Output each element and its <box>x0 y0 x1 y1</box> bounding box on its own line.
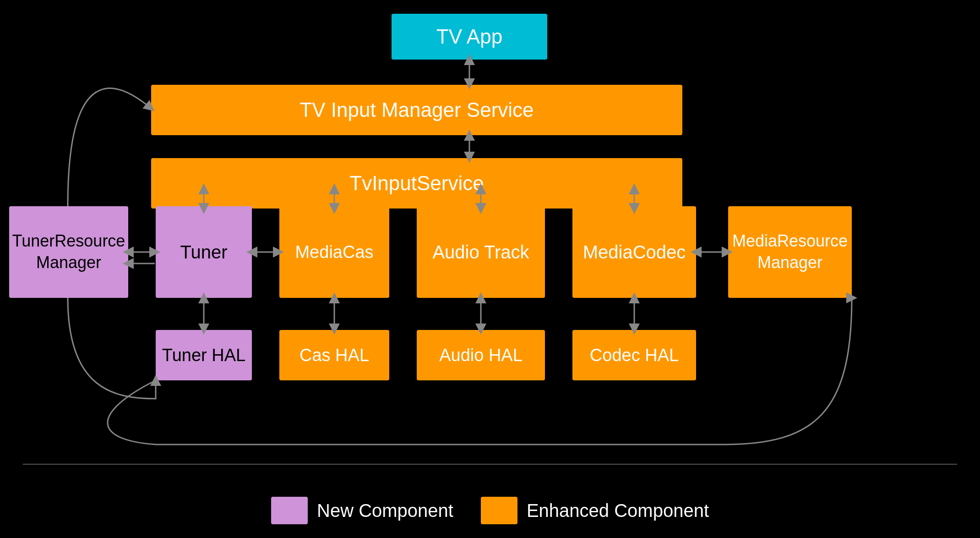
tv-input-manager-service-box: TV Input Manager Service <box>151 85 682 135</box>
cas-hal-box: Cas HAL <box>279 330 389 380</box>
codec-hal-box: Codec HAL <box>572 330 696 380</box>
tv-app-box: TV App <box>392 14 547 60</box>
tuner-resource-manager-box: TunerResourceManager <box>9 206 128 298</box>
legend-enhanced-component-label: Enhanced Component <box>527 500 709 521</box>
diagram: TV App TV Input Manager Service TvInputS… <box>0 0 980 538</box>
media-resource-manager-box: MediaResourceManager <box>728 206 852 298</box>
legend-new-component-label: New Component <box>317 500 453 521</box>
media-cas-box: MediaCas <box>279 206 389 298</box>
media-codec-box: MediaCodec <box>572 206 696 298</box>
legend-divider <box>23 464 957 465</box>
legend-area: New Component Enhanced Component <box>271 497 709 524</box>
tv-input-service-box: TvInputService <box>151 158 682 209</box>
tuner-box: Tuner <box>156 206 252 298</box>
legend-enhanced-component-box <box>481 497 517 524</box>
audio-hal-box: Audio HAL <box>417 330 545 380</box>
legend-new-component: New Component <box>271 497 453 524</box>
legend-new-component-box <box>271 497 308 524</box>
legend-enhanced-component: Enhanced Component <box>481 497 709 524</box>
tuner-hal-box: Tuner HAL <box>156 330 252 380</box>
audio-track-box: Audio Track <box>417 206 545 298</box>
